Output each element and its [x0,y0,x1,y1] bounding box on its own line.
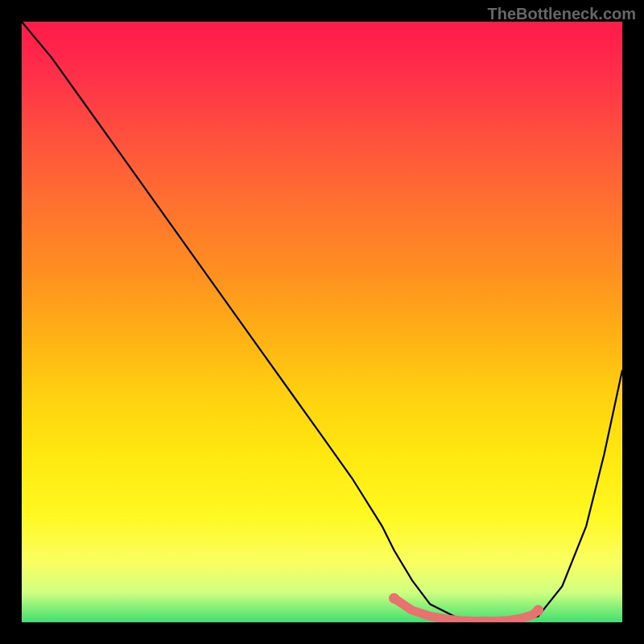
highlight-end-dot [389,593,399,604]
plot-area [22,22,622,622]
watermark-text: TheBottleneck.com [488,5,636,23]
highlight-end-dot [533,605,543,616]
chart-svg [22,22,622,622]
flat-highlight [394,598,539,621]
bottleneck-curve [22,22,622,622]
